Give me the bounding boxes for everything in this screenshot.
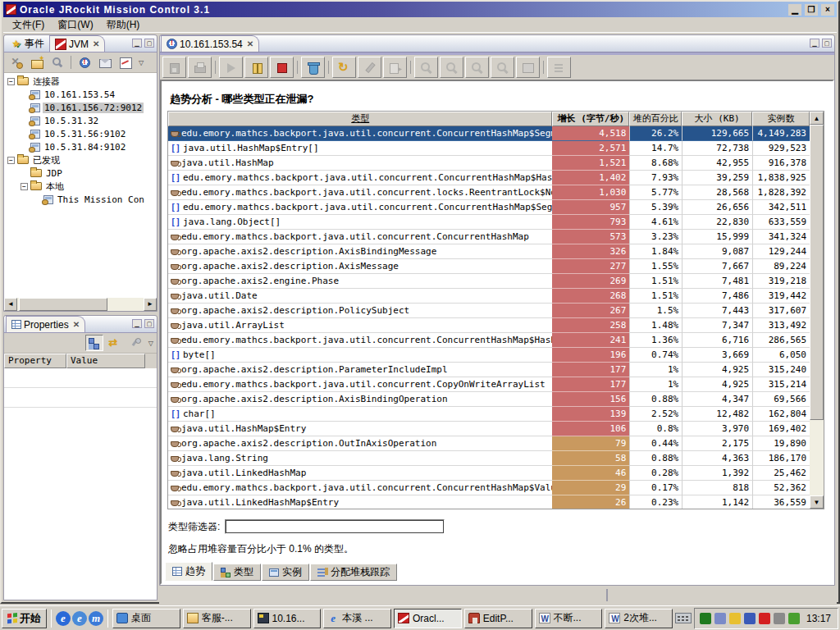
table-row[interactable]: edu.emory.mathcs.backport.java.util.conc… — [168, 377, 810, 392]
newfolder-button[interactable] — [28, 54, 46, 71]
snapshot-button[interactable] — [516, 57, 540, 78]
bottom-tab-instances[interactable]: 实例 — [262, 564, 309, 581]
minimize-view-icon[interactable]: ▁ — [132, 319, 142, 328]
scroll-thumb[interactable] — [810, 125, 824, 420]
zoom-out-button[interactable] — [440, 57, 463, 78]
table-row[interactable]: []edu.emory.mathcs.backport.java.util.co… — [168, 200, 810, 215]
treemode-button[interactable] — [85, 335, 103, 351]
column-header[interactable]: 增长 (字节/秒) — [552, 112, 629, 126]
quick-launch-ie-alt-icon[interactable]: e — [72, 611, 87, 626]
table-row[interactable]: org.apache.axis2.description.AxisBinding… — [168, 244, 810, 259]
tree-item[interactable]: 10.5.31.56:9102 — [4, 127, 157, 140]
view-tab-events[interactable]: 事件 — [6, 35, 49, 52]
table-row[interactable]: org.apache.axis2.description.AxisBinding… — [168, 392, 810, 407]
pin-button[interactable] — [126, 335, 144, 351]
column-header[interactable]: 大小 (KB) — [682, 112, 752, 126]
close-icon[interactable]: ✕ — [71, 320, 80, 329]
type-filter-input[interactable] — [225, 519, 445, 534]
table-row[interactable]: org.apache.axis2.description.ParameterIn… — [168, 363, 810, 377]
export-button[interactable] — [383, 57, 407, 78]
search-button[interactable] — [48, 54, 66, 71]
scroll-left-icon[interactable]: ◄ — [4, 298, 17, 311]
scroll-right-icon[interactable]: ► — [144, 298, 157, 311]
tree-item[interactable]: JDP — [4, 167, 157, 180]
console-button[interactable] — [75, 54, 94, 71]
tab-properties[interactable]: Properties ✕ — [6, 316, 85, 332]
table-row[interactable]: java.util.LinkedHashMap$Entry260.23%1,14… — [168, 495, 810, 509]
close-icon[interactable]: ✕ — [245, 39, 253, 48]
close-button[interactable]: × — [821, 4, 834, 16]
tray-antivirus-agent-icon[interactable] — [788, 613, 800, 624]
mail-button[interactable] — [96, 54, 114, 71]
view-tab-jvm[interactable]: JVM✕ — [49, 35, 105, 52]
title-bar[interactable]: Oracle JRockit Mission Control 3.1 ▁ ❐ × — [3, 2, 837, 17]
task-button[interactable]: 2次堆... — [605, 609, 673, 628]
maximize-view-icon[interactable]: ▢ — [144, 39, 154, 48]
minimize-button[interactable]: ▁ — [788, 4, 801, 16]
save-button[interactable] — [162, 57, 186, 78]
view-menu-dropdown-icon[interactable]: ▽ — [139, 59, 144, 66]
tree-horizontal-scrollbar[interactable]: ◄ ► — [4, 298, 157, 311]
print-button[interactable] — [188, 57, 212, 78]
task-button[interactable]: 不断... — [535, 609, 603, 628]
scroll-up-icon[interactable]: ▲ — [810, 112, 824, 125]
table-row[interactable]: edu.emory.mathcs.backport.java.util.conc… — [168, 230, 810, 244]
zoom-region-button[interactable] — [465, 57, 489, 78]
scroll-thumb[interactable] — [19, 298, 107, 311]
tree-item[interactable]: This Mission Con — [4, 193, 157, 206]
tray-messenger-icon[interactable] — [729, 613, 741, 624]
column-header[interactable]: 堆的百分比 — [629, 112, 682, 126]
stop-button[interactable] — [270, 57, 294, 78]
table-row[interactable]: org.apache.axis2.engine.Phase2691.51%7,4… — [168, 274, 810, 289]
table-row[interactable]: []edu.emory.mathcs.backport.java.util.co… — [168, 171, 810, 185]
table-row[interactable]: java.util.HashMap1,5218.68%42,955916,378 — [168, 156, 810, 171]
input-method-icon[interactable] — [675, 613, 692, 623]
close-icon[interactable]: ✕ — [91, 39, 99, 48]
minimize-view-icon[interactable]: ▁ — [810, 39, 819, 48]
table-row[interactable]: []java.util.HashMap$Entry[]2,57114.7%72,… — [168, 141, 810, 156]
menu-item[interactable]: 帮助(H) — [101, 17, 146, 33]
task-button[interactable]: 本溪 ... — [323, 609, 391, 628]
task-button[interactable]: 桌面 — [112, 609, 180, 628]
properties-column-header[interactable]: Property — [4, 354, 66, 368]
bottom-tab-trend[interactable]: 趋势 — [165, 562, 212, 581]
menu-item[interactable]: 文件(F) — [7, 17, 50, 33]
tree-item[interactable]: 10.5.31.84:9102 — [4, 140, 157, 153]
minimize-view-icon[interactable]: ▁ — [132, 39, 142, 48]
table-row[interactable]: edu.emory.mathcs.backport.java.util.conc… — [168, 126, 810, 141]
tree-item[interactable]: −连接器 — [4, 75, 157, 88]
edit-button[interactable] — [358, 57, 381, 78]
table-row[interactable]: edu.emory.mathcs.backport.java.util.conc… — [168, 333, 810, 348]
table-row[interactable]: java.util.HashMap$Entry1060.8%3,970169,4… — [168, 422, 810, 436]
collapse-expander-icon[interactable]: − — [7, 157, 15, 164]
table-row[interactable]: []char[]1392.52%12,482162,804 — [168, 407, 810, 422]
tree-item[interactable]: 10.5.31.32 — [4, 114, 157, 127]
scroll-down-icon[interactable]: ▼ — [810, 495, 824, 509]
collapse-expander-icon[interactable]: − — [21, 183, 28, 190]
collapse-expander-icon[interactable]: − — [7, 78, 15, 85]
table-row[interactable]: java.util.Date2681.51%7,486319,442 — [168, 289, 810, 304]
tray-network-status-icon[interactable] — [700, 613, 711, 624]
quick-launch-maxthon-icon[interactable]: m — [89, 611, 103, 626]
trash-button[interactable] — [301, 57, 325, 78]
task-button[interactable]: 10.16... — [253, 609, 322, 628]
play-button[interactable] — [219, 57, 243, 78]
view-menu-dropdown-icon[interactable]: ▽ — [148, 340, 153, 347]
tray-app-blue-icon[interactable] — [744, 613, 756, 624]
table-row[interactable]: java.util.LinkedHashMap460.28%1,39225,46… — [168, 466, 810, 481]
tree-item[interactable]: −已发现 — [4, 153, 157, 167]
pause-button[interactable] — [244, 57, 268, 78]
task-button[interactable]: EditP... — [464, 609, 532, 628]
table-row[interactable]: org.apache.axis2.description.PolicySubje… — [168, 304, 810, 318]
maximize-view-icon[interactable]: ▢ — [822, 39, 832, 48]
sash-handle[interactable] — [606, 589, 608, 601]
table-row[interactable]: org.apache.axis2.description.AxisMessage… — [168, 259, 810, 274]
zoom-1-1-button[interactable] — [491, 57, 514, 78]
sync-button[interactable] — [106, 335, 124, 351]
tree-item[interactable]: 10.161.156.72:9012 — [4, 101, 157, 114]
tray-java-icon[interactable] — [714, 613, 726, 624]
bottom-tab-types[interactable]: 类型 — [213, 564, 261, 581]
table-row[interactable]: edu.emory.mathcs.backport.java.util.conc… — [168, 481, 810, 495]
column-header[interactable]: 类型 — [168, 112, 552, 126]
misc-button[interactable] — [547, 57, 571, 78]
